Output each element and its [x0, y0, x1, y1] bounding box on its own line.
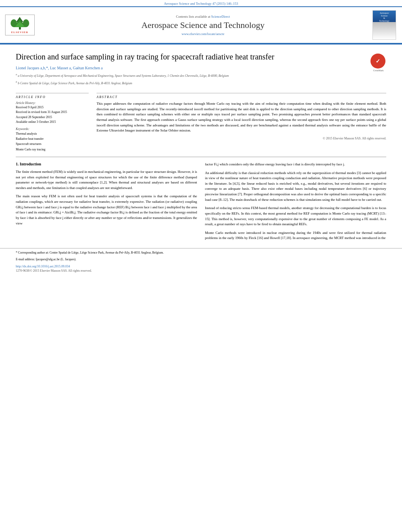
article-title-section: Direction and surface sampling in ray tr… [0, 44, 402, 91]
abstract-heading: ABSTRACT [97, 95, 386, 99]
issn-line: 1270-9638/© 2015 Elsevier Masson SAS. Al… [16, 269, 386, 272]
abstract-box: ABSTRACT This paper addresses the comput… [97, 93, 386, 152]
body-col-right: factor Fi,j which considers only the dif… [205, 162, 386, 244]
body-content: 1. Introduction The finite element metho… [0, 162, 402, 244]
journal-url[interactable]: www.elsevier.com/locate/aescte [39, 32, 367, 36]
body-para-2: The main reason why FEM is not often use… [16, 194, 197, 226]
svg-point-5 [23, 19, 29, 27]
sciencedirect-link[interactable]: ScienceDirect [211, 15, 230, 19]
history-label: Article History: [16, 101, 89, 105]
journal-header: ELSEVIER Contents lists available at Sci… [0, 6, 402, 43]
corresponding-author-note: * Corresponding author at: Centre Spatia… [16, 250, 386, 255]
footnotes-section: * Corresponding author at: Centre Spatia… [0, 248, 402, 272]
crossmark-logo: ✓ CrossMark [370, 54, 386, 69]
info-abstract-section: ARTICLE INFO Article History: Received 9… [0, 93, 402, 152]
crossmark-label: CrossMark [370, 69, 386, 72]
body-para-3: factor Fi,j which considers only the dif… [205, 162, 386, 167]
elsevier-logo-box: ELSEVIER [5, 15, 35, 35]
elsevier-logo-area: ELSEVIER [4, 15, 35, 35]
abstract-text: This paper addresses the computation of … [97, 101, 386, 133]
thumbnail-title: AerospaceScience&Technology [379, 12, 389, 22]
abstract-copyright: © 2015 Elsevier Masson SAS. All rights r… [97, 137, 386, 140]
journal-thumbnail-area: AerospaceScience&Technology [370, 10, 398, 40]
body-para-1: The finite element method (FEM) is widel… [16, 169, 197, 191]
received-date: Received 9 April 2015 Received in revise… [16, 105, 89, 125]
content-line: Contents lists available at ScienceDirec… [39, 15, 367, 19]
article-info-box: ARTICLE INFO Article History: Received 9… [16, 93, 89, 152]
body-para-4: An additional difficulty is that classic… [205, 171, 386, 203]
section-divider [16, 157, 386, 157]
affiliation-a: a a University of Liège, Department of A… [16, 72, 367, 78]
article-main-title: Direction and surface sampling in ray tr… [16, 52, 367, 62]
journal-title: Aerospace Science and Technology [39, 20, 367, 30]
svg-rect-0 [19, 27, 21, 30]
elsevier-label: ELSEVIER [11, 31, 28, 34]
keywords-label: Keywords: [16, 127, 89, 131]
article-authors: Lionel Jacques a,b,*, Luc Masset a, Gaët… [16, 66, 367, 70]
crossmark-icon: ✓ [370, 54, 385, 69]
body-para-6: Monte Carlo methods were introduced in n… [205, 230, 386, 241]
svg-point-4 [11, 19, 17, 27]
journal-top-bar: Aerospace Science and Technology 47 (201… [0, 0, 402, 6]
elsevier-tree-icon [9, 16, 31, 30]
email-note: E-mail address: ljacques@ulg.ac.be (L. J… [16, 257, 386, 262]
keywords-list: Thermal analysis Radiative heat transfer… [16, 131, 89, 152]
body-col-left: 1. Introduction The finite element metho… [16, 162, 197, 244]
body-para-5: Instead of reducing stricto sensu FEM-ba… [205, 206, 386, 227]
journal-thumbnail: AerospaceScience&Technology [372, 10, 396, 40]
affiliation-b: b b Centre Spatial de Liège, Liège Scien… [16, 80, 367, 86]
journal-citation: Aerospace Science and Technology 47 (201… [164, 2, 238, 6]
journal-header-center: Contents lists available at ScienceDirec… [39, 15, 367, 36]
article-info-heading: ARTICLE INFO [16, 95, 89, 99]
doi-line[interactable]: http://dx.doi.org/10.1016/j.ast.2015.09.… [16, 265, 386, 268]
section1-heading: 1. Introduction [16, 162, 197, 166]
article-title-text: Direction and surface sampling in ray tr… [16, 52, 367, 87]
